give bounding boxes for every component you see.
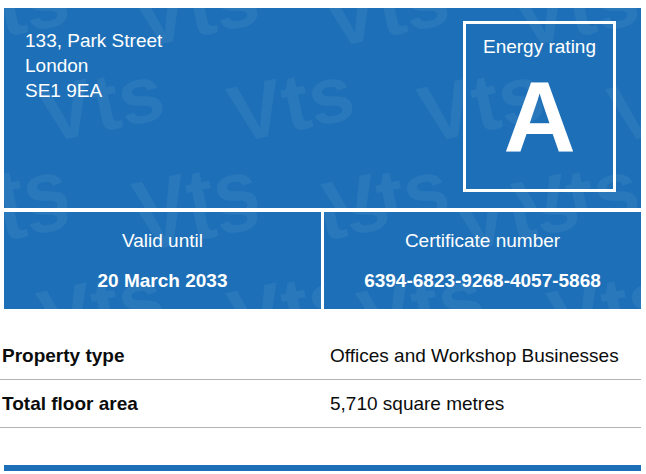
watermark-text: Vts bbox=[316, 141, 457, 208]
address-line-1: 133, Park Street bbox=[25, 28, 162, 53]
certificate-header-panel: VtsVtsVtsVtsVtsVtsVtsVtsVtsVtsVtsVtsVtsV… bbox=[4, 8, 641, 208]
watermark-text: Vts bbox=[4, 141, 77, 208]
summary-row-value: Offices and Workshop Businesses bbox=[330, 345, 619, 367]
watermark-text: Vts bbox=[636, 212, 641, 271]
energy-certificate-page: VtsVtsVtsVtsVtsVtsVtsVtsVtsVtsVtsVtsVtsV… bbox=[0, 0, 646, 474]
summary-row-value: 5,710 square metres bbox=[330, 393, 504, 415]
valid-until-value: 20 March 2033 bbox=[98, 270, 228, 292]
watermark-text: Vts bbox=[221, 46, 362, 162]
certificate-number-cell: VtsVtsVtsVtsVtsVtsVtsVtsVtsVtsVtsVtsVtsV… bbox=[324, 212, 641, 309]
certificate-number-value: 6394-6823-9268-4057-5868 bbox=[364, 270, 601, 292]
summary-row-label: Total floor area bbox=[2, 393, 330, 415]
summary-row: Total floor area5,710 square metres bbox=[0, 380, 641, 428]
watermark-text: Vts bbox=[324, 212, 397, 271]
property-summary-table: Property typeOffices and Workshop Busine… bbox=[0, 332, 641, 428]
section-divider-bar bbox=[4, 465, 641, 471]
validity-band: VtsVtsVtsVtsVtsVtsVtsVtsVtsVtsVtsVtsVtsV… bbox=[4, 212, 641, 309]
summary-row: Property typeOffices and Workshop Busine… bbox=[0, 332, 641, 380]
certificate-number-label: Certificate number bbox=[405, 230, 560, 252]
watermark-text: Vts bbox=[221, 250, 321, 309]
energy-rating-value: A bbox=[466, 67, 613, 167]
watermark-pattern: VtsVtsVtsVtsVtsVtsVtsVtsVtsVtsVtsVtsVtsV… bbox=[324, 212, 641, 309]
watermark-text: Vts bbox=[316, 8, 457, 67]
energy-rating-label: Energy rating bbox=[466, 36, 613, 58]
address-line-3: SE1 9EA bbox=[25, 78, 162, 103]
summary-row-label: Property type bbox=[2, 345, 330, 367]
energy-rating-box: Energy rating A bbox=[463, 21, 616, 192]
address-line-2: London bbox=[25, 53, 162, 78]
valid-until-cell: VtsVtsVtsVtsVtsVtsVtsVtsVtsVtsVtsVtsVtsV… bbox=[4, 212, 321, 309]
watermark-text: Vts bbox=[126, 141, 267, 208]
watermark-pattern: VtsVtsVtsVtsVtsVtsVtsVtsVtsVtsVtsVtsVtsV… bbox=[4, 212, 321, 309]
valid-until-label: Valid until bbox=[122, 230, 203, 252]
watermark-text: Vts bbox=[316, 212, 321, 271]
property-address: 133, Park Street London SE1 9EA bbox=[25, 28, 162, 103]
watermark-text: Vts bbox=[4, 212, 77, 271]
